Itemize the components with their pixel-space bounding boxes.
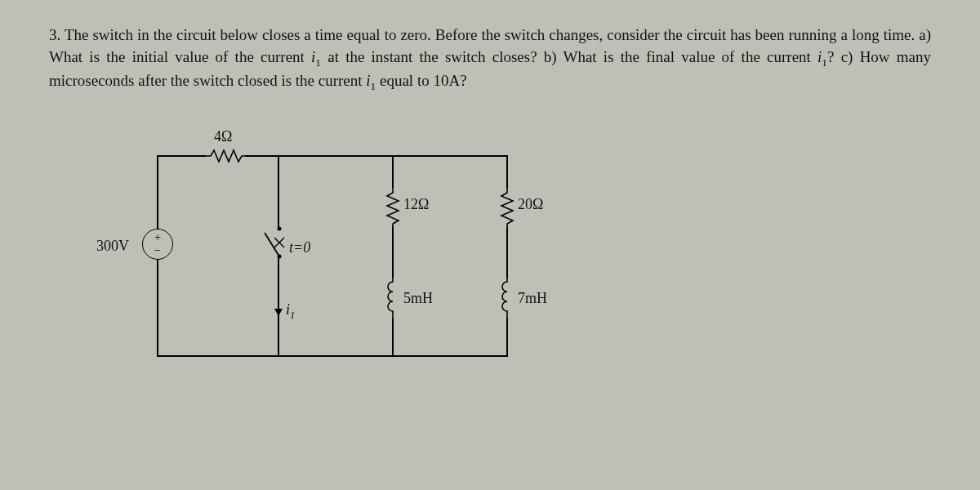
wire [157, 355, 508, 357]
inductor-5mh-label: 5mH [403, 290, 433, 307]
inductor-7mh-label: 7mH [518, 290, 547, 307]
wire [506, 227, 508, 278]
resistor-20ohm-label: 20Ω [518, 196, 543, 213]
svg-point-0 [278, 227, 282, 231]
problem-part2: at the instant the switch closes? b) Wha… [321, 48, 817, 65]
wire [157, 260, 158, 355]
current-i1-arrow [273, 296, 284, 316]
wire [245, 155, 278, 157]
wire [157, 155, 158, 229]
voltage-source-label: 300V [96, 238, 129, 255]
circuit-diagram: + − 300V 4Ω t=0 i1 12Ω 5mH [106, 118, 596, 380]
problem-part4: equal to 10A? [376, 72, 466, 89]
wire [278, 155, 392, 157]
resistor-4ohm [206, 149, 245, 163]
variable-i1-sub-b: 1 [822, 56, 827, 68]
wire [278, 155, 279, 229]
resistor-4ohm-label: 4Ω [214, 128, 232, 145]
current-i1-label: i1 [286, 301, 295, 322]
wire [392, 227, 394, 278]
minus-icon: − [154, 244, 161, 257]
wire [392, 155, 506, 157]
wire [157, 155, 206, 157]
plus-icon: + [154, 231, 161, 244]
wire [392, 318, 394, 355]
inductor-7mh [498, 278, 516, 318]
voltage-source: + − [142, 229, 173, 260]
wire [506, 155, 508, 188]
svg-marker-6 [274, 309, 283, 316]
wire [506, 318, 508, 357]
wire [392, 155, 394, 188]
switch-label: t=0 [289, 239, 310, 256]
resistor-20ohm [500, 188, 514, 227]
problem-number: 3. [49, 26, 60, 43]
resistor-12ohm-label: 12Ω [403, 196, 429, 213]
problem-statement: 3. The switch in the circuit below close… [49, 24, 931, 94]
inductor-5mh [384, 278, 402, 318]
resistor-12ohm [385, 188, 400, 227]
